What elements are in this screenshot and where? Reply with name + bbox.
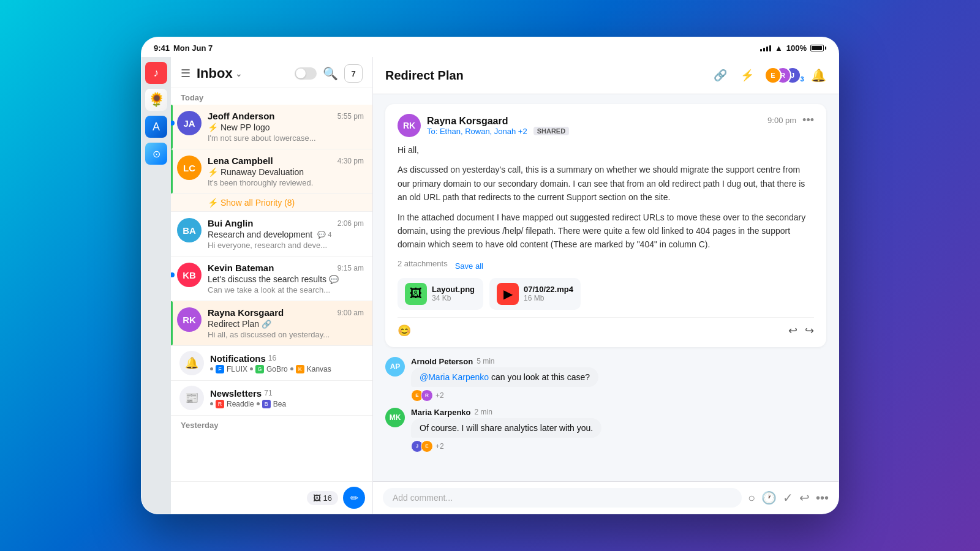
circle-icon-button[interactable]: ○	[748, 491, 755, 505]
more-icon-button[interactable]: •••	[816, 491, 829, 505]
notif-title-row: Notifications 16	[210, 353, 364, 364]
thread-icon: 🔗	[262, 320, 271, 329]
list-item[interactable]: BA Bui Anglin 2:06 pm Research and devel…	[171, 212, 372, 257]
avatar: JA	[177, 111, 202, 135]
comment-input[interactable]: Add comment...	[383, 488, 742, 508]
newsletters-title: Newsletters	[210, 388, 262, 399]
video-attachment-icon: ▶	[497, 283, 519, 305]
att-name: 07/10/22.mp4	[524, 285, 573, 294]
chip-count: 16	[323, 493, 332, 503]
newsletters-icon: 📰	[179, 386, 204, 410]
msg-avatar: RK	[398, 114, 421, 137]
newsletters-sources: R Readdle B Bea	[210, 400, 364, 408]
search-button[interactable]: 🔍	[323, 66, 338, 81]
msg-header: RK Rayna Korsgaard To: Ethan, Rowan, Jon…	[398, 114, 814, 137]
unread-dot	[171, 121, 175, 126]
avatar-wrap: BA	[177, 218, 202, 242]
list-item[interactable]: RK Rayna Korsgaard 9:00 am Redirect Plan…	[171, 301, 372, 346]
source-2: GoBro	[266, 365, 288, 373]
save-all-button[interactable]: Save all	[455, 261, 483, 271]
chip-action[interactable]: 🖼 16	[307, 491, 338, 505]
notif-sources: F FLUIX G GoBro K Kanvas	[210, 365, 364, 373]
inbox-badge-button[interactable]: 7	[344, 64, 363, 83]
notif-title: Notifications	[210, 353, 266, 364]
checkmark-icon-button[interactable]: ✓	[783, 490, 793, 505]
menu-icon[interactable]: ☰	[181, 67, 190, 80]
device-frame: 9:41 Mon Jun 7 ▲ 100% ♪ 🌻 A ⊙	[141, 37, 839, 514]
dot-icon	[290, 367, 293, 370]
dock-music-app[interactable]: ♪	[145, 62, 167, 84]
chat-time: 2 min	[475, 408, 492, 416]
inbox-title: Inbox	[197, 66, 233, 81]
avatar-wrap: JA	[177, 111, 202, 135]
reaction-button[interactable]: 😊	[398, 324, 411, 337]
unread-dot	[171, 272, 175, 277]
email-thread-title: Redirect Plan	[385, 69, 464, 83]
msg-time: 9:00 pm	[767, 116, 796, 125]
reply-button[interactable]: ↩	[788, 324, 797, 337]
bell-icon-button[interactable]: 🔔	[811, 68, 826, 83]
lightning-icon-button[interactable]: ⚡	[737, 66, 757, 85]
item-top: Rayna Korsgaard 9:00 am	[208, 307, 364, 318]
react-count: +2	[435, 391, 444, 400]
item-top: Jeoff Anderson 5:55 pm	[208, 111, 364, 121]
reply-icon-button[interactable]: ↩	[799, 490, 810, 505]
main-content: ♪ 🌻 A ⊙ ☰ Inbox ⌄ 🔍 7 Today	[141, 57, 839, 514]
item-content: Kevin Bateman 9:15 am Let's discuss the …	[208, 263, 364, 294]
inbox-title-row: Inbox ⌄	[197, 66, 288, 81]
subject-text: ⚡ Runaway Devaluation	[208, 167, 304, 177]
sender-info: RK Rayna Korsgaard To: Ethan, Rowan, Jon…	[398, 114, 569, 137]
subject-row: Let's discuss the search results 💬	[208, 274, 364, 284]
msg-body-3: In the attached document I have mapped o…	[398, 211, 814, 252]
dock-photos-app[interactable]: 🌻	[145, 89, 167, 111]
attachment-item[interactable]: 🖼 Layout.png 34 Kb	[398, 278, 483, 310]
readdle-icon: R	[216, 400, 224, 408]
preview-text: Hi everyone, research and deve...	[208, 241, 364, 250]
source-3: Kanvas	[307, 365, 331, 373]
item-time: 2:06 pm	[337, 219, 364, 228]
preview-text: Hi all, as discussed on yesterday...	[208, 330, 364, 339]
show-priority-button[interactable]: ⚡ Show all Priority (8)	[171, 194, 372, 212]
item-content: Rayna Korsgaard 9:00 am Redirect Plan 🔗 …	[208, 307, 364, 339]
dot-icon	[210, 367, 213, 370]
msg-action-right: ↩ ↪	[788, 324, 814, 337]
priority-indicator	[171, 105, 173, 149]
msg-body: Hi all, As discussed on yesterday's call…	[398, 143, 814, 252]
signal-icon	[760, 44, 771, 51]
inbox-toggle[interactable]	[295, 67, 317, 80]
notif-count: 16	[268, 354, 276, 362]
msg-more-button[interactable]: •••	[802, 114, 814, 127]
att-size: 16 Mb	[524, 294, 573, 302]
sender-name: Kevin Bateman	[208, 263, 274, 273]
wifi-icon: ▲	[775, 43, 783, 53]
link-icon-button[interactable]: 🔗	[710, 66, 730, 85]
thread-count: 💬 4	[317, 231, 331, 239]
list-item[interactable]: JA Jeoff Anderson 5:55 pm ⚡ New PP logo …	[171, 105, 372, 149]
clock-icon-button[interactable]: 🕐	[761, 490, 777, 505]
attachment-item[interactable]: ▶ 07/10/22.mp4 16 Mb	[489, 278, 581, 310]
dock-safari-app[interactable]: ⊙	[145, 143, 167, 165]
forward-button[interactable]: ↪	[805, 324, 814, 337]
avatar-wrap: RK	[177, 307, 202, 332]
priority-indicator	[171, 301, 173, 345]
att-details: 07/10/22.mp4 16 Mb	[524, 285, 573, 302]
subject-text: Redirect Plan	[208, 319, 259, 329]
chat-sender: Arnold Peterson	[411, 357, 473, 366]
app-dock: ♪ 🌻 A ⊙	[141, 57, 171, 514]
group-avatar-1: E	[764, 67, 782, 84]
list-item[interactable]: KB Kevin Bateman 9:15 am Let's discuss t…	[171, 257, 372, 301]
msg-to: To: Ethan, Rowan, Jonah +2	[427, 127, 527, 136]
item-top: Lena Campbell 4:30 pm	[208, 156, 364, 166]
notifications-icon: 🔔	[179, 351, 204, 375]
notifications-item[interactable]: 🔔 Notifications 16 F FLUIX G GoBro	[171, 346, 372, 381]
compose-button[interactable]: ✏	[343, 487, 365, 509]
inbox-chevron-icon[interactable]: ⌄	[235, 69, 243, 78]
list-item[interactable]: LC Lena Campbell 4:30 pm ⚡ Runaway Deval…	[171, 149, 372, 194]
subject-row: ⚡ Runaway Devaluation	[208, 167, 364, 177]
preview-text: I'm not sure about lowercase...	[208, 133, 364, 143]
dock-appstore-app[interactable]: A	[145, 116, 167, 138]
subject-row: Redirect Plan 🔗	[208, 319, 364, 329]
newsletters-item[interactable]: 📰 Newsletters 71 R Readdle B Bea	[171, 381, 372, 416]
chip-icon: 🖼	[313, 493, 321, 503]
shared-badge: SHARED	[533, 127, 569, 135]
